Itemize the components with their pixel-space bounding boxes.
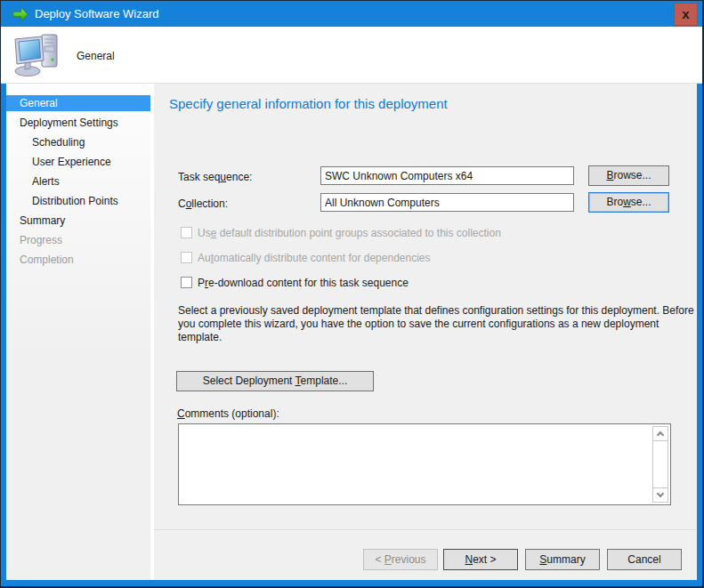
scroll-down-button[interactable]: [653, 487, 668, 502]
computer-icon: [12, 32, 62, 77]
header-step-title: General: [77, 50, 115, 62]
close-button[interactable]: x: [674, 3, 698, 26]
comments-scrollbar[interactable]: [652, 426, 668, 503]
nav-item-user-experience[interactable]: User Experience: [6, 154, 150, 170]
chevron-down-icon: [657, 490, 664, 497]
nav-item-summary[interactable]: Summary: [6, 213, 150, 229]
task-sequence-browse-button[interactable]: Browse...: [588, 165, 669, 186]
collection-input[interactable]: [320, 193, 574, 212]
wizard-nav: General Deployment Settings Scheduling U…: [6, 84, 150, 580]
collection-browse-button[interactable]: Browse...: [588, 192, 669, 213]
task-sequence-label: Task sequence:: [178, 171, 252, 183]
next-button[interactable]: Next >: [443, 549, 518, 570]
nav-item-general[interactable]: General: [6, 95, 150, 111]
comments-label: Comments (optional):: [177, 407, 279, 420]
select-deployment-template-button[interactable]: Select Deployment Template...: [176, 371, 374, 391]
predownload-checkbox[interactable]: [181, 277, 192, 288]
wizard-header: General: [1, 27, 702, 84]
wizard-body: General Deployment Settings Scheduling U…: [6, 84, 697, 580]
deploy-arrow-icon: [11, 5, 30, 23]
chevron-up-icon: [657, 431, 664, 439]
predownload-label[interactable]: Pre-download content for this task seque…: [198, 277, 409, 289]
task-sequence-input[interactable]: [320, 166, 574, 185]
page-title: Specify general information for this dep…: [169, 96, 448, 111]
content-pane: Specify general information for this dep…: [154, 84, 697, 580]
use-default-dp-groups-label: Use default distribution point groups as…: [198, 227, 501, 239]
cancel-button[interactable]: Cancel: [607, 549, 682, 570]
footer-divider: [154, 529, 697, 530]
template-note: Select a previously saved deployment tem…: [178, 304, 698, 344]
nav-item-scheduling[interactable]: Scheduling: [6, 134, 150, 150]
nav-item-completion: Completion: [6, 252, 150, 268]
nav-item-alerts[interactable]: Alerts: [6, 173, 150, 189]
window-title: Deploy Software Wizard: [35, 7, 158, 20]
auto-distribute-checkbox: [181, 252, 192, 263]
use-default-dp-groups-checkbox: [181, 227, 192, 238]
summary-button[interactable]: Summary: [525, 549, 600, 570]
nav-item-distribution-points[interactable]: Distribution Points: [6, 193, 150, 209]
previous-button: < Previous: [363, 549, 438, 570]
window-body: Deploy Software Wizard x: [1, 1, 702, 586]
nav-item-deployment-settings[interactable]: Deployment Settings: [6, 115, 150, 131]
deploy-software-wizard-window: Deploy Software Wizard x: [0, 0, 704, 588]
comments-field-frame: [178, 423, 671, 505]
auto-distribute-label: Automatically distribute content for dep…: [198, 252, 431, 264]
comments-input[interactable]: [179, 424, 651, 504]
title-bar[interactable]: Deploy Software Wizard x: [1, 1, 702, 27]
nav-item-progress: Progress: [6, 232, 150, 248]
collection-label: Collection:: [178, 197, 228, 210]
scroll-up-button[interactable]: [653, 427, 668, 441]
